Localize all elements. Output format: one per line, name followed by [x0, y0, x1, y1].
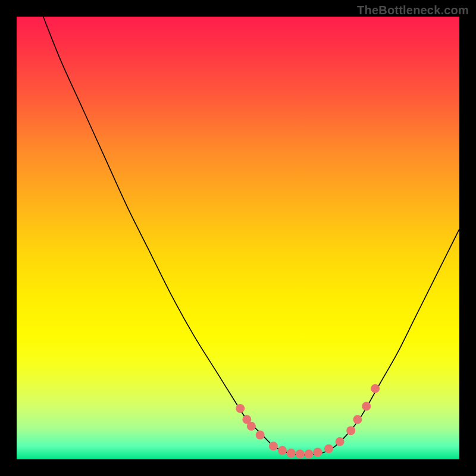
highlight-dot — [247, 422, 256, 431]
highlight-dot — [269, 441, 278, 450]
bottleneck-curve — [43, 17, 459, 455]
highlight-dot — [236, 404, 245, 413]
highlight-dot — [371, 384, 380, 393]
highlight-dot — [346, 426, 355, 435]
highlight-dot — [313, 448, 322, 457]
highlight-dot — [256, 431, 265, 440]
highlight-dot — [305, 450, 314, 459]
highlight-dot — [278, 446, 287, 455]
highlight-dot — [296, 450, 305, 459]
highlight-dot — [287, 449, 296, 458]
highlight-dot — [324, 444, 333, 453]
watermark-text: TheBottleneck.com — [357, 4, 469, 17]
highlight-dots — [236, 384, 380, 458]
highlight-dot — [362, 402, 371, 411]
highlight-dot — [336, 437, 345, 446]
highlight-dot — [353, 415, 362, 424]
chart-svg — [17, 17, 459, 459]
